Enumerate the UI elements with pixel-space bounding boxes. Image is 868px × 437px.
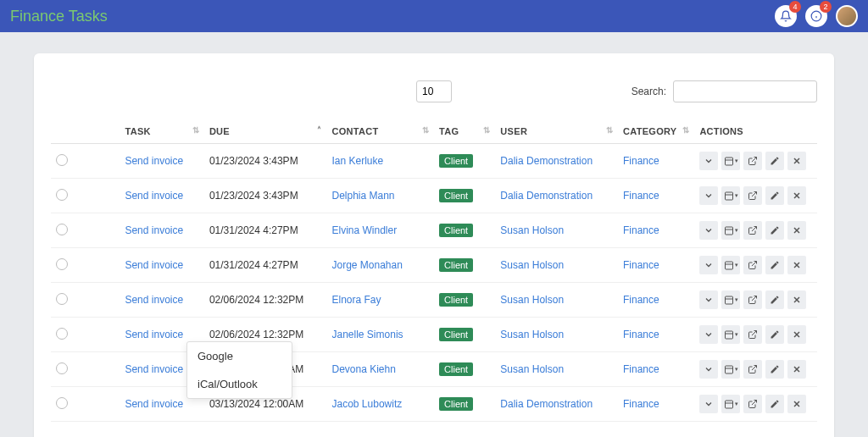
- edit-button[interactable]: [765, 221, 784, 240]
- user-link[interactable]: Dalia Demonstration: [500, 190, 593, 202]
- user-link[interactable]: Susan Holson: [500, 294, 564, 306]
- user-link[interactable]: Susan Holson: [500, 329, 564, 340]
- avatar[interactable]: [836, 5, 858, 27]
- contact-link[interactable]: Delphia Mann: [332, 190, 395, 202]
- row-select-radio[interactable]: [56, 258, 68, 270]
- schedule-button[interactable]: ▾: [721, 395, 740, 413]
- delete-button[interactable]: [787, 325, 806, 344]
- expand-button[interactable]: [699, 221, 718, 240]
- sort-icon[interactable]: ⇅: [606, 126, 613, 135]
- task-link[interactable]: Send invoice: [125, 224, 183, 236]
- category-link[interactable]: Finance: [623, 398, 659, 410]
- schedule-button[interactable]: ▾: [721, 360, 740, 379]
- task-link[interactable]: Send invoice: [125, 190, 183, 202]
- schedule-button[interactable]: ▾: [721, 256, 740, 274]
- open-button[interactable]: [743, 221, 762, 240]
- contact-link[interactable]: Ian Kerluke: [332, 155, 384, 167]
- category-link[interactable]: Finance: [623, 294, 659, 306]
- open-button[interactable]: [743, 360, 762, 379]
- expand-button[interactable]: [699, 186, 718, 205]
- edit-button[interactable]: [765, 152, 784, 170]
- user-link[interactable]: Dalia Demonstration: [500, 398, 593, 410]
- delete-button[interactable]: [787, 221, 806, 240]
- delete-button[interactable]: [787, 395, 806, 413]
- contact-link[interactable]: Elnora Fay: [332, 294, 381, 306]
- pagesize-input[interactable]: [416, 80, 452, 102]
- edit-button[interactable]: [765, 325, 784, 344]
- row-select-radio[interactable]: [56, 362, 68, 374]
- delete-button[interactable]: [787, 290, 806, 309]
- open-button[interactable]: [743, 256, 762, 274]
- task-link[interactable]: Send invoice: [125, 259, 183, 271]
- open-button[interactable]: [743, 395, 762, 413]
- expand-button[interactable]: [699, 256, 718, 274]
- expand-button[interactable]: [699, 325, 718, 344]
- edit-button[interactable]: [765, 290, 784, 309]
- row-select-radio[interactable]: [56, 189, 68, 201]
- delete-button[interactable]: [787, 360, 806, 379]
- task-link[interactable]: Send invoice: [125, 329, 183, 340]
- category-link[interactable]: Finance: [623, 363, 659, 375]
- open-button[interactable]: [743, 290, 762, 309]
- schedule-button[interactable]: ▾: [721, 152, 740, 170]
- category-link[interactable]: Finance: [623, 224, 659, 236]
- dropdown-ical[interactable]: iCal/Outlook: [187, 370, 292, 398]
- schedule-button[interactable]: ▾: [721, 325, 740, 344]
- row-select-radio[interactable]: [56, 293, 68, 305]
- search-label: Search:: [632, 86, 666, 97]
- task-link[interactable]: Send invoice: [125, 155, 183, 167]
- open-button[interactable]: [743, 152, 762, 170]
- edit-button[interactable]: [765, 395, 784, 413]
- user-link[interactable]: Susan Holson: [500, 363, 564, 375]
- col-due[interactable]: DUE˄: [204, 119, 327, 144]
- edit-button[interactable]: [765, 360, 784, 379]
- schedule-button[interactable]: ▾: [721, 186, 740, 205]
- category-link[interactable]: Finance: [623, 329, 659, 340]
- row-select-radio[interactable]: [56, 224, 68, 235]
- sort-icon[interactable]: ⇅: [422, 126, 429, 135]
- expand-button[interactable]: [699, 290, 718, 309]
- expand-button[interactable]: [699, 395, 718, 413]
- info-button[interactable]: 2: [805, 5, 827, 27]
- sort-icon[interactable]: ⇅: [682, 126, 689, 135]
- sort-icon[interactable]: ⇅: [192, 126, 199, 135]
- contact-link[interactable]: Devona Kiehn: [332, 363, 396, 375]
- user-link[interactable]: Susan Holson: [500, 224, 564, 236]
- contact-link[interactable]: Elvina Windler: [332, 224, 398, 236]
- category-link[interactable]: Finance: [623, 155, 659, 167]
- category-link[interactable]: Finance: [623, 259, 659, 271]
- contact-link[interactable]: Jorge Monahan: [332, 259, 403, 271]
- task-link[interactable]: Send invoice: [125, 363, 183, 375]
- user-link[interactable]: Susan Holson: [500, 259, 564, 271]
- dropdown-google[interactable]: Google: [187, 342, 292, 370]
- open-button[interactable]: [743, 325, 762, 344]
- expand-button[interactable]: [699, 152, 718, 170]
- col-contact[interactable]: CONTACT⇅: [327, 119, 435, 144]
- schedule-button[interactable]: ▾: [721, 221, 740, 240]
- col-task[interactable]: TASK⇅: [120, 119, 203, 144]
- contact-link[interactable]: Jacob Lubowitz: [332, 398, 403, 410]
- col-tag[interactable]: TAG⇅: [434, 119, 495, 144]
- row-select-radio[interactable]: [56, 328, 68, 340]
- notification-button[interactable]: 4: [775, 5, 797, 27]
- task-link[interactable]: Send invoice: [125, 398, 183, 410]
- row-select-radio[interactable]: [56, 154, 68, 166]
- task-link[interactable]: Send invoice: [125, 294, 183, 306]
- row-select-radio[interactable]: [56, 397, 68, 409]
- search-input[interactable]: [673, 80, 817, 102]
- user-link[interactable]: Dalia Demonstration: [500, 155, 593, 167]
- edit-button[interactable]: [765, 186, 784, 205]
- sort-up-icon[interactable]: ˄: [317, 126, 321, 135]
- category-link[interactable]: Finance: [623, 190, 659, 202]
- schedule-button[interactable]: ▾: [721, 290, 740, 309]
- expand-button[interactable]: [699, 360, 718, 379]
- edit-button[interactable]: [765, 256, 784, 274]
- contact-link[interactable]: Janelle Simonis: [332, 329, 403, 340]
- open-button[interactable]: [743, 186, 762, 205]
- sort-icon[interactable]: ⇅: [483, 126, 490, 135]
- col-category[interactable]: CATEGORY⇅: [618, 119, 694, 144]
- delete-button[interactable]: [787, 256, 806, 274]
- delete-button[interactable]: [787, 152, 806, 170]
- delete-button[interactable]: [787, 186, 806, 205]
- col-user[interactable]: USER⇅: [495, 119, 618, 144]
